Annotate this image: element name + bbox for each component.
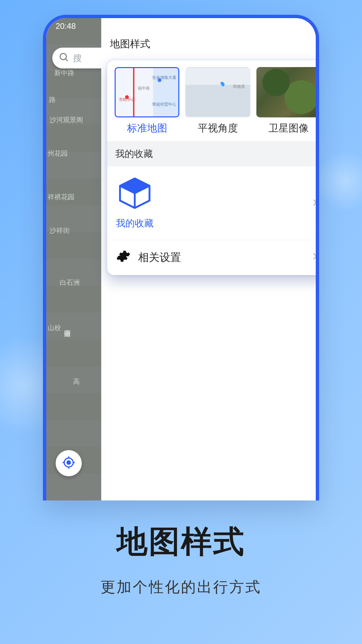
favorites-label: 我的收藏 [116,217,154,230]
style-option-satellite[interactable]: 卫星图像 [256,67,319,141]
map-label: 沙祥街 [50,226,70,235]
locate-button[interactable] [56,450,82,476]
thumb-text: 和德居 [233,84,245,90]
thumb-text: 荣超经贸中心 [152,102,176,107]
chevron-right-icon [310,198,319,209]
thumbnail-standard: 生命保险大厦 福中路 市民中心 荣超经贸中心 [115,67,179,117]
style-label: 标准地图 [127,121,167,141]
settings-label: 相关设置 [138,250,181,265]
cast-icon [286,21,294,32]
thumb-text: 福中路 [138,86,150,91]
svg-rect-4 [305,24,306,26]
map-label: 山校 [48,323,61,332]
panel-title: 地图样式 [101,31,316,57]
favorites-header: 我的收藏 [107,141,319,166]
box-icon [116,176,153,212]
svg-rect-5 [299,24,304,26]
style-label: 卫星图像 [268,121,309,141]
map-label: 州花园 [48,149,68,158]
map-label: 高 [73,377,80,386]
status-bar: 20:48 [46,18,316,34]
map-label: 白石洲 [60,278,80,287]
map-label: 路 [49,95,56,104]
map-label: 沙河观景阁 [50,115,83,124]
wifi-icon [274,21,282,32]
thumb-text: 市民中心 [119,97,135,103]
style-label: 平视角度 [198,121,238,141]
promo-title: 地图样式 [0,521,362,562]
thumb-text: 生命保险大厦 [152,75,176,80]
search-placeholder: 搜 [73,52,82,64]
gear-icon [116,249,131,266]
svg-point-0 [265,23,267,26]
promo-block: 地图样式 更加个性化的出行方式 [0,521,362,597]
search-icon [58,52,69,65]
map-label: 祥祺花园 [48,193,74,202]
promo-subtitle: 更加个性化的出行方式 [0,577,362,597]
thumbnail-satellite [256,67,319,117]
favorites-item[interactable]: 我的收藏 [107,166,319,240]
map-label: 新中路 [54,68,74,77]
settings-item[interactable]: 相关设置 [107,240,319,275]
svg-point-6 [60,53,66,60]
battery-icon [298,21,306,32]
thumbnail-flat: 和德居 [185,67,250,117]
svg-point-1 [278,28,278,28]
style-card: 生命保险大厦 福中路 市民中心 荣超经贸中心 标准地图 和德居 平视角度 卫星图… [107,60,319,275]
svg-point-7 [67,461,70,464]
crosshair-icon [62,456,75,471]
chevron-right-icon [310,251,319,264]
status-time: 20:48 [56,21,76,31]
style-option-flat[interactable]: 和德居 平视角度 [185,67,250,141]
style-option-standard[interactable]: 生命保险大厦 福中路 市民中心 荣超经贸中心 标准地图 [115,67,179,141]
location-icon [261,21,270,32]
phone-frame: 新中路 路 沙河观景阁 州花园 祥祺花园 沙祥街 石洲中路 山校 白石洲 高 2… [43,15,319,500]
